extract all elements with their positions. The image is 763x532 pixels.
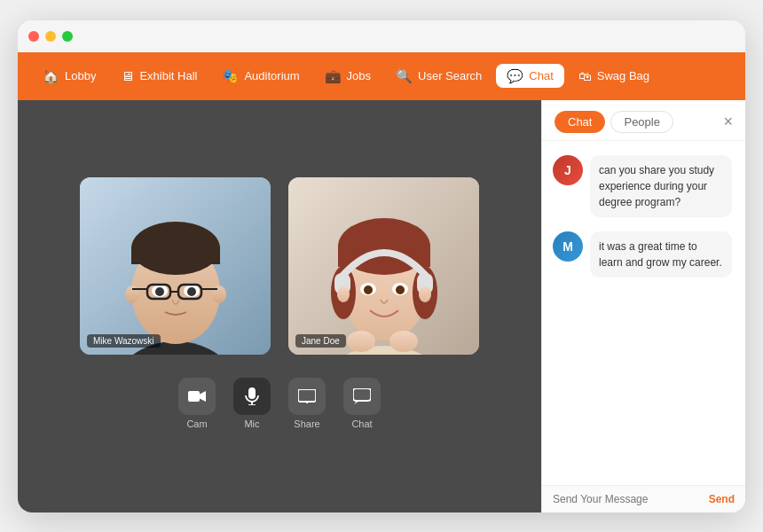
exhibit-icon: 🖥 xyxy=(121,69,134,82)
svg-rect-36 xyxy=(188,391,200,402)
send-button[interactable]: Send xyxy=(709,493,735,505)
swag-bag-icon: 🛍 xyxy=(578,69,592,82)
title-bar xyxy=(18,20,745,52)
video-area: Mike Wazowski xyxy=(18,100,541,512)
svg-point-12 xyxy=(187,287,196,296)
chat-input-area: Send xyxy=(542,485,745,512)
share-icon xyxy=(288,378,326,415)
search-icon: 🔍 xyxy=(396,69,413,82)
svg-point-28 xyxy=(337,286,350,302)
participant-label-mike: Mike Wazowski xyxy=(87,334,161,348)
chat-messages: J can you share you study experience dur… xyxy=(542,141,745,485)
chat-control-button[interactable]: Chat xyxy=(343,378,381,429)
message-text: can you share you study experience durin… xyxy=(590,155,732,217)
main-content: Mike Wazowski xyxy=(18,100,745,512)
svg-point-35 xyxy=(389,331,418,352)
mic-icon xyxy=(233,378,271,415)
chat-control-icon xyxy=(343,378,381,415)
tab-people[interactable]: People xyxy=(610,111,673,133)
svg-point-32 xyxy=(364,286,373,294)
nav-item-swag-bag[interactable]: 🛍 Swag Bag xyxy=(568,64,660,88)
chat-message: J can you share you study experience dur… xyxy=(553,155,735,217)
avatar-jane: J xyxy=(553,155,583,185)
svg-rect-6 xyxy=(131,246,220,264)
nav-item-lobby[interactable]: 🏠 Lobby xyxy=(32,64,106,88)
svg-point-29 xyxy=(419,286,431,302)
cam-button[interactable]: Cam xyxy=(178,378,216,429)
chat-panel: Chat People × J can you share you study … xyxy=(541,100,745,512)
avatar-mike: M xyxy=(553,231,583,262)
video-controls: Cam Mic xyxy=(178,369,381,434)
nav-item-user-search[interactable]: 🔍 User Search xyxy=(385,64,492,88)
video-feed-mike: Mike Wazowski xyxy=(80,177,271,355)
app-window: 🏠 Lobby 🖥 Exhibit Hall 🎭 Auditorium 💼 Jo… xyxy=(18,20,745,512)
nav-item-chat[interactable]: 💬 Chat xyxy=(496,64,563,88)
nav-item-jobs[interactable]: 💼 Jobs xyxy=(314,64,382,88)
svg-point-33 xyxy=(396,286,405,294)
svg-rect-40 xyxy=(298,389,316,402)
svg-point-11 xyxy=(155,287,164,296)
svg-point-34 xyxy=(347,331,375,352)
navbar: 🏠 Lobby 🖥 Exhibit Hall 🎭 Auditorium 💼 Jo… xyxy=(18,52,745,100)
svg-rect-37 xyxy=(248,387,256,399)
share-button[interactable]: Share xyxy=(288,378,326,429)
minimize-dot[interactable] xyxy=(45,31,56,42)
chat-tabs: Chat People xyxy=(555,111,673,133)
close-chat-button[interactable]: × xyxy=(723,113,733,129)
tab-chat[interactable]: Chat xyxy=(555,111,605,133)
chat-icon: 💬 xyxy=(507,69,523,82)
maximize-dot[interactable] xyxy=(62,31,73,42)
svg-rect-43 xyxy=(353,388,371,401)
nav-item-auditorium[interactable]: 🎭 Auditorium xyxy=(211,64,310,88)
chat-header: Chat People × xyxy=(542,100,745,141)
jobs-icon: 💼 xyxy=(325,69,342,82)
home-icon: 🏠 xyxy=(43,69,59,82)
mic-button[interactable]: Mic xyxy=(233,378,271,429)
nav-item-exhibit-hall[interactable]: 🖥 Exhibit Hall xyxy=(110,64,208,88)
participant-label-jane: Jane Doe xyxy=(295,334,346,348)
auditorium-icon: 🎭 xyxy=(222,69,239,82)
cam-icon xyxy=(178,378,216,415)
chat-message: M it was a great time to learn and grow … xyxy=(553,231,735,278)
chat-input[interactable] xyxy=(553,493,702,505)
video-feed-jane: Jane Doe xyxy=(288,177,479,355)
close-dot[interactable] xyxy=(28,31,39,42)
video-feeds: Mike Wazowski xyxy=(80,177,479,355)
message-text: it was a great time to learn and grow my… xyxy=(590,231,732,278)
